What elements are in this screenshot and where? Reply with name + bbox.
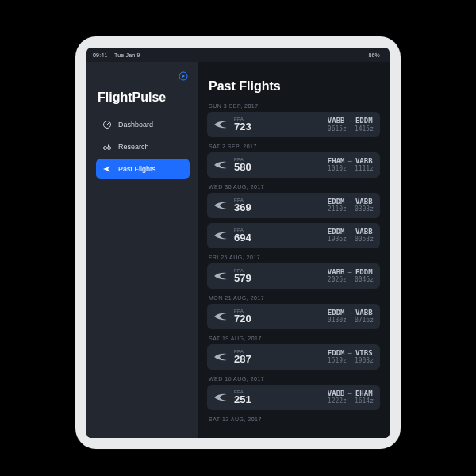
flight-number: 694 — [234, 232, 251, 244]
time-departure: 1519z — [328, 357, 347, 364]
flight-date-group: SAT 12 AUG, 2017 — [207, 416, 380, 425]
time-departure: 1010z — [328, 165, 347, 172]
time-departure: 1936z — [328, 236, 347, 243]
time-departure: 0615z — [328, 125, 347, 132]
route-to: VABB — [355, 309, 373, 317]
flight-card[interactable]: FPA580EHAM→VABB1010z1111z — [207, 152, 380, 178]
date-group-label: SAT 19 AUG, 2017 — [207, 336, 380, 344]
sidebar-item-label: Research — [118, 143, 149, 151]
time-departure: 0130z — [328, 317, 347, 324]
main-content: Past Flights SUN 3 SEP, 2017FPA723VABB→E… — [198, 62, 390, 438]
flight-card[interactable]: FPA369EDDM→VABB2110z0303z — [207, 193, 380, 218]
flight-number: 580 — [234, 162, 251, 173]
flight-number: 720 — [234, 313, 251, 324]
status-date: Tue Jan 9 — [114, 52, 140, 58]
plane-icon — [102, 164, 112, 174]
sidebar: FlightPulse Dashboard Research — [86, 62, 198, 438]
sidebar-item-past-flights[interactable]: Past Flights — [96, 159, 190, 179]
route-to: EHAM — [355, 390, 373, 397]
route-from: EDDM — [328, 349, 345, 357]
route-from: VABB — [328, 268, 345, 276]
about-icon[interactable] — [178, 70, 188, 84]
screen: 09:41 Tue Jan 9 86% — [86, 48, 390, 438]
arrow-right-icon: → — [348, 268, 352, 276]
route-from: EDDM — [328, 309, 345, 317]
arrow-right-icon: → — [348, 228, 352, 236]
sidebar-item-label: Past Flights — [118, 165, 155, 173]
date-group-label: SAT 12 AUG, 2017 — [207, 416, 380, 425]
wing-icon — [213, 119, 228, 130]
route-from: VABB — [328, 117, 345, 125]
flight-date-group: FRI 25 AUG, 2017FPA579VABB→EDDM2026z0046… — [207, 255, 380, 289]
route-to: VABB — [355, 228, 373, 236]
arrow-right-icon: → — [348, 349, 352, 357]
date-group-label: SAT 2 SEP, 2017 — [207, 144, 380, 152]
binoculars-icon — [102, 142, 112, 152]
flight-number: 251 — [234, 394, 251, 405]
time-arrival: 1111z — [355, 165, 374, 172]
time-arrival: 1903z — [355, 357, 374, 364]
flight-card[interactable]: FPA720EDDM→VABB0130z0716z — [207, 304, 380, 329]
wing-icon — [213, 392, 228, 403]
app-root: FlightPulse Dashboard Research — [86, 62, 390, 438]
flight-card[interactable]: FPA723VABB→EDDM0615z1415z — [207, 112, 380, 137]
sidebar-item-research[interactable]: Research — [96, 136, 190, 157]
flight-date-group: SAT 2 SEP, 2017FPA580EHAM→VABB1010z1111z — [207, 144, 380, 178]
arrow-right-icon: → — [348, 309, 352, 317]
route-to: VABB — [355, 198, 373, 205]
svg-point-11 — [104, 147, 107, 150]
wing-icon — [213, 311, 228, 322]
battery-percent: 86% — [368, 52, 380, 58]
time-departure: 1222z — [328, 397, 347, 405]
sidebar-item-label: Dashboard — [118, 121, 153, 129]
date-group-label: WED 16 AUG, 2017 — [207, 376, 380, 385]
tablet-device-frame: 09:41 Tue Jan 9 86% — [75, 36, 401, 449]
time-arrival: 0053z — [355, 236, 374, 243]
status-bar: 09:41 Tue Jan 9 86% — [86, 48, 390, 62]
wing-icon — [213, 230, 228, 241]
flight-date-group: MON 21 AUG, 2017FPA720EDDM→VABB0130z0716… — [207, 295, 380, 329]
route-from: EHAM — [328, 157, 345, 165]
route-from: EDDM — [328, 228, 345, 236]
status-time: 09:41 — [93, 52, 108, 58]
route-to: EDDM — [355, 268, 373, 276]
arrow-right-icon: → — [348, 157, 352, 165]
page-title: Past Flights — [207, 79, 380, 103]
wing-icon — [213, 271, 228, 282]
time-departure: 2026z — [328, 276, 347, 283]
time-arrival: 1415z — [355, 125, 374, 132]
wing-icon — [213, 200, 228, 211]
time-arrival: 0716z — [355, 317, 374, 324]
flight-date-group: WED 16 AUG, 2017FPA251VABB→EHAM1222z1614… — [207, 376, 380, 410]
app-brand: FlightPulse — [96, 87, 190, 114]
date-group-label: SUN 3 SEP, 2017 — [207, 103, 380, 112]
flight-card[interactable]: FPA251VABB→EHAM1222z1614z — [207, 385, 380, 410]
time-departure: 2110z — [328, 205, 347, 213]
time-arrival: 1614z — [355, 397, 374, 405]
wing-icon — [213, 351, 228, 363]
flight-number: 287 — [234, 354, 251, 365]
route-from: EDDM — [328, 198, 345, 205]
flight-date-group: WED 30 AUG, 2017FPA369EDDM→VABB2110z0303… — [207, 184, 380, 248]
svg-point-12 — [108, 147, 111, 150]
arrow-right-icon: → — [348, 198, 352, 205]
flight-number: 369 — [234, 202, 251, 213]
sidebar-item-dashboard[interactable]: Dashboard — [96, 114, 190, 135]
sidebar-nav: Dashboard Research Past Flights — [96, 114, 190, 179]
arrow-right-icon: → — [348, 117, 352, 125]
flight-number: 723 — [234, 121, 251, 132]
flight-card[interactable]: FPA694EDDM→VABB1936z0053z — [207, 223, 380, 248]
gauge-icon — [102, 120, 112, 129]
arrow-right-icon: → — [348, 390, 352, 397]
date-group-label: MON 21 AUG, 2017 — [207, 295, 380, 304]
route-from: VABB — [328, 390, 345, 397]
route-to: VABB — [355, 157, 373, 165]
flight-card[interactable]: FPA287EDDM→VTBS1519z1903z — [207, 344, 380, 370]
flight-card[interactable]: FPA579VABB→EDDM2026z0046z — [207, 263, 380, 289]
route-to: EDDM — [355, 117, 373, 125]
flight-number: 579 — [234, 273, 251, 284]
route-to: VTBS — [355, 349, 373, 357]
wing-icon — [213, 159, 228, 171]
date-group-label: WED 30 AUG, 2017 — [207, 184, 380, 193]
time-arrival: 0303z — [355, 205, 374, 213]
